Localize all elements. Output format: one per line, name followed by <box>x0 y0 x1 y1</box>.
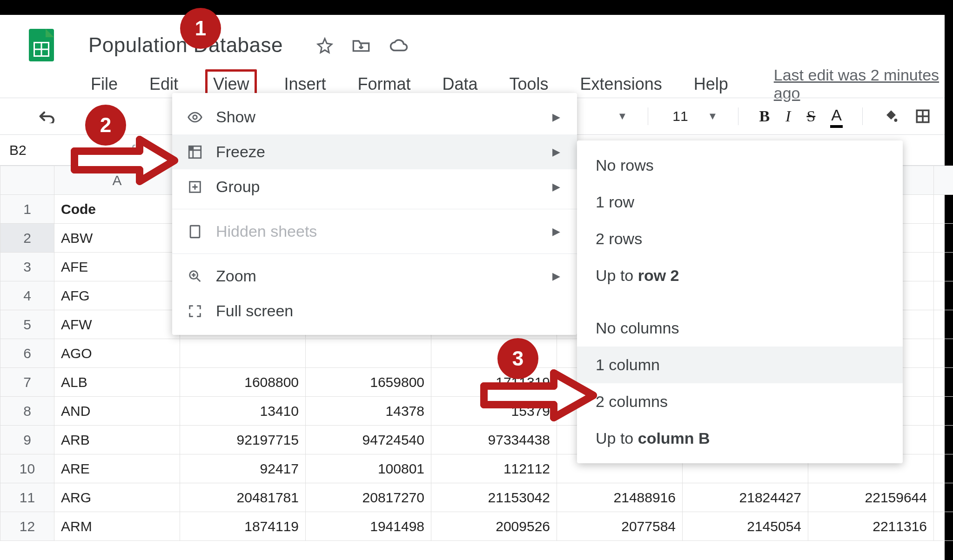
select-all-corner[interactable] <box>0 166 54 195</box>
cell[interactable]: 1659800 <box>306 368 431 397</box>
cell-clipped[interactable]: 7357 <box>934 224 953 253</box>
cell-clipped[interactable]: 9644 <box>934 483 953 512</box>
move-to-folder-icon[interactable] <box>352 37 370 54</box>
row-header[interactable]: 6 <box>0 339 54 368</box>
annotation-badge-1: 1 <box>181 9 220 47</box>
fill-color-icon[interactable] <box>883 108 899 124</box>
menu-item-label: Up to column B <box>596 429 710 447</box>
cell[interactable]: 1941498 <box>306 512 431 541</box>
view-menu-item-zoom[interactable]: Zoom▶ <box>172 259 577 293</box>
freeze-menu-item-2-rows[interactable]: 2 rows <box>577 220 903 257</box>
cell-clipped[interactable]: 9974 <box>934 253 953 281</box>
cell[interactable]: 21153042 <box>431 483 557 512</box>
cell[interactable] <box>431 339 557 368</box>
cell-clipped[interactable]: 9875 <box>934 310 953 339</box>
undo-icon[interactable] <box>37 109 56 123</box>
view-menu-item-show[interactable]: Show▶ <box>172 100 577 134</box>
cell-clipped[interactable]: 0573 <box>934 339 953 368</box>
cell-code[interactable]: AFE <box>54 253 180 281</box>
row-header[interactable]: 9 <box>0 426 54 454</box>
cell[interactable]: 1608800 <box>180 368 306 397</box>
cell[interactable]: 13410 <box>180 397 306 426</box>
freeze-menu-item-1-row[interactable]: 1 row <box>577 184 903 220</box>
italic-button[interactable]: I <box>785 107 791 125</box>
cell-clipped[interactable]: 9855 <box>934 454 953 483</box>
cell-clipped[interactable]: 5428 <box>934 426 953 454</box>
cell[interactable]: 2211316 <box>808 512 934 541</box>
cell-code[interactable]: Code <box>54 195 180 224</box>
freeze-menu-item-no-columns[interactable]: No columns <box>577 310 903 347</box>
cell-code[interactable]: ARG <box>54 483 180 512</box>
cloud-status-icon[interactable] <box>389 39 409 53</box>
cell-code[interactable]: AFG <box>54 281 180 310</box>
last-edit-link[interactable]: Last edit was 2 minutes ago <box>774 66 945 102</box>
cell-code[interactable]: ALB <box>54 368 180 397</box>
col-header[interactable] <box>934 166 953 195</box>
cell[interactable]: 2077584 <box>557 512 683 541</box>
cell[interactable]: 20817270 <box>306 483 431 512</box>
cell-clipped[interactable]: 1965 <box>934 195 953 224</box>
cell-clipped[interactable]: 1316 <box>934 512 953 541</box>
cell-code[interactable]: ABW <box>54 224 180 253</box>
cell[interactable]: 2145054 <box>683 512 808 541</box>
menu-help[interactable]: Help <box>689 71 733 98</box>
row-header[interactable]: 5 <box>0 310 54 339</box>
cell[interactable]: 21824427 <box>683 483 808 512</box>
view-menu-item-full-screen[interactable]: Full screen <box>172 293 577 328</box>
star-icon[interactable] <box>316 37 333 54</box>
cell-clipped[interactable]: 4791 <box>934 368 953 397</box>
cell[interactable]: 94724540 <box>306 426 431 454</box>
row-header[interactable]: 7 <box>0 368 54 397</box>
cell[interactable]: 100801 <box>306 454 431 483</box>
view-menu-item-freeze[interactable]: Freeze▶ <box>172 134 577 169</box>
strikethrough-button[interactable]: S <box>806 107 815 125</box>
row-header[interactable]: 10 <box>0 454 54 483</box>
cell-code[interactable]: ARE <box>54 454 180 483</box>
cell[interactable]: 92417 <box>180 454 306 483</box>
cell[interactable] <box>180 339 306 368</box>
menu-item-label: 2 columns <box>596 393 668 411</box>
row-header[interactable]: 3 <box>0 253 54 281</box>
cell[interactable]: 14378 <box>306 397 431 426</box>
freeze-menu-item-2-columns[interactable]: 2 columns <box>577 383 903 420</box>
row-header[interactable]: 8 <box>0 397 54 426</box>
cell[interactable]: 92197715 <box>180 426 306 454</box>
freeze-menu-item-up-to-row-2[interactable]: Up to row 2 <box>577 257 903 294</box>
menu-file[interactable]: File <box>86 71 122 98</box>
cell[interactable]: 20481781 <box>180 483 306 512</box>
sheets-logo-icon[interactable] <box>29 29 54 61</box>
cell[interactable]: 21488916 <box>557 483 683 512</box>
row-header[interactable]: 2 <box>0 224 54 253</box>
menu-item-label: Group <box>216 178 260 196</box>
row-header[interactable]: 4 <box>0 281 54 310</box>
table-row: 11ARG20481781208172702115304221488916218… <box>0 483 953 512</box>
font-size-value[interactable]: 11 <box>669 108 691 124</box>
svg-rect-6 <box>190 226 200 238</box>
cell[interactable]: 22159644 <box>808 483 934 512</box>
cell-code[interactable]: ARB <box>54 426 180 454</box>
cell[interactable]: 112112 <box>431 454 557 483</box>
cell-code[interactable]: AGO <box>54 339 180 368</box>
row-header[interactable]: 12 <box>0 512 54 541</box>
font-size-caret-icon[interactable]: ▼ <box>708 110 718 122</box>
cell-code[interactable]: AFW <box>54 310 180 339</box>
font-family-caret-icon[interactable]: ▼ <box>617 110 627 122</box>
cell[interactable]: 2009526 <box>431 512 557 541</box>
row-header[interactable]: 11 <box>0 483 54 512</box>
cell-clipped[interactable]: 5318 <box>934 281 953 310</box>
cell[interactable]: 97334438 <box>431 426 557 454</box>
text-color-button[interactable]: A <box>831 106 842 127</box>
freeze-menu-item-up-to-column-b[interactable]: Up to column B <box>577 420 903 457</box>
freeze-menu-item-1-column[interactable]: 1 column <box>577 347 903 383</box>
row-header[interactable]: 1 <box>0 195 54 224</box>
cell[interactable]: 1874119 <box>180 512 306 541</box>
freeze-menu-item-no-rows[interactable]: No rows <box>577 147 903 184</box>
view-menu-item-group[interactable]: Group▶ <box>172 169 577 204</box>
borders-icon[interactable] <box>915 108 931 124</box>
menu-extensions[interactable]: Extensions <box>576 71 667 98</box>
cell-clipped[interactable]: 3542 <box>934 397 953 426</box>
cell-code[interactable]: AND <box>54 397 180 426</box>
cell-code[interactable]: ARM <box>54 512 180 541</box>
bold-button[interactable]: B <box>759 107 770 125</box>
cell[interactable] <box>306 339 431 368</box>
